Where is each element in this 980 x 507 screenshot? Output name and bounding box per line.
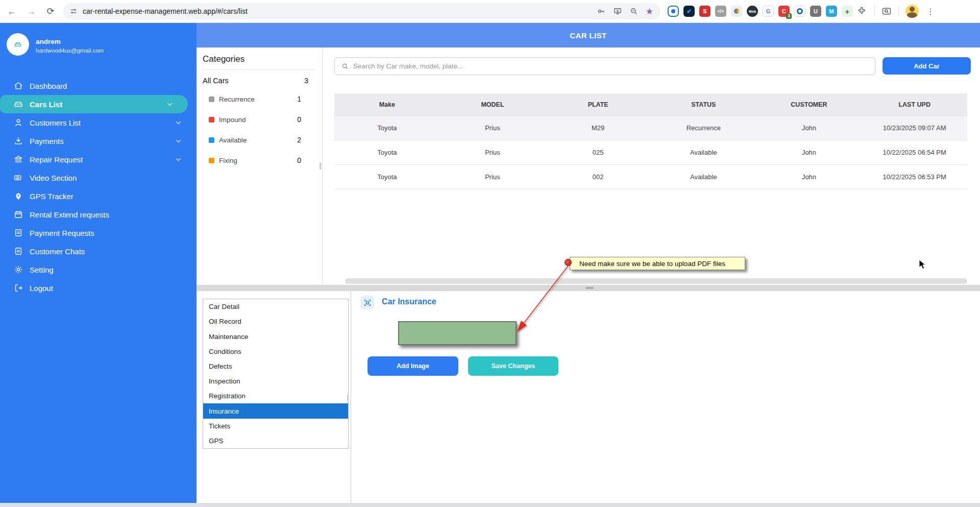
tab-conditions[interactable]: Conditions	[203, 344, 348, 359]
notifier-icon[interactable]: C3	[778, 6, 790, 17]
add-image-button[interactable]: Add Image	[368, 356, 458, 376]
sidebar-item-repair-request[interactable]: Repair Request	[0, 150, 197, 168]
person-icon	[13, 117, 23, 128]
search-input[interactable]	[353, 62, 875, 70]
save-changes-button[interactable]: Save Changes	[468, 356, 558, 376]
install-app-icon[interactable]	[613, 7, 622, 16]
panel-scrollbar[interactable]	[320, 162, 321, 170]
seo-icon[interactable]: S	[699, 6, 710, 17]
user-email: hardwood4us@gmail.com	[36, 47, 104, 54]
chevron-down-icon[interactable]	[175, 119, 182, 127]
column-header-plate[interactable]: PLATE	[545, 93, 651, 115]
u-extension-icon[interactable]: U	[810, 6, 821, 17]
search-icon	[341, 62, 349, 70]
toolbar-separator	[898, 6, 899, 16]
browser-profile-avatar[interactable]	[905, 5, 919, 18]
bookmark-star-icon[interactable]: ★	[646, 7, 653, 16]
table-row[interactable]: Toyota Prius M29 Recurrence John 10/23/2…	[334, 116, 967, 140]
reload-icon[interactable]: ⟳	[43, 4, 58, 19]
home-icon	[13, 81, 23, 91]
tabs-scrollbar[interactable]	[347, 395, 349, 401]
recorder-icon[interactable]	[668, 6, 679, 17]
column-header-last-upd[interactable]: LAST UPD	[862, 93, 967, 115]
chat-document-icon	[13, 246, 23, 256]
back-icon[interactable]: ←	[4, 4, 19, 19]
gear-icon	[13, 264, 23, 275]
tab-defects[interactable]: Defects	[203, 359, 348, 374]
password-key-icon[interactable]	[597, 7, 606, 16]
address-bar[interactable]: car-rental-expense-management.web.app/#/…	[63, 3, 660, 19]
section-icon-badge	[360, 296, 374, 309]
tab-search-icon[interactable]	[881, 6, 892, 16]
task-check-icon[interactable]: ✔	[683, 6, 695, 17]
categories-title: Categories	[203, 54, 244, 64]
table-row[interactable]: Toyota Prius 025 Available John 10/22/20…	[334, 140, 967, 165]
add-car-button[interactable]: Add Car	[883, 57, 971, 75]
annotation-arrow	[510, 258, 577, 340]
sidebar-item-customer-chats[interactable]: Customer Chats	[0, 242, 197, 260]
sidebar-item-customers-list[interactable]: Customers List	[0, 113, 197, 132]
column-header-customer[interactable]: CUSTOMER	[756, 93, 862, 115]
extensions-puzzle-icon[interactable]	[857, 6, 868, 16]
chevron-down-icon[interactable]	[175, 137, 182, 145]
mouse-cursor	[919, 259, 928, 270]
recurrence-color-swatch	[209, 96, 214, 102]
chevron-down-icon[interactable]	[166, 101, 174, 108]
tab-inspection[interactable]: Inspection	[203, 374, 348, 389]
sidebar-item-payment-requests[interactable]: Payment Requests	[0, 224, 197, 242]
forward-icon[interactable]: →	[23, 4, 39, 19]
sidebar-item-setting[interactable]: Setting	[0, 260, 197, 279]
tab-maintenance[interactable]: Maintenance	[203, 329, 348, 344]
tab-registration[interactable]: Registration	[203, 389, 348, 403]
table-row[interactable]: Toyota Prius 002 Available John 10/22/20…	[334, 165, 967, 189]
page-horizontal-scrollbar[interactable]	[0, 503, 980, 507]
tab-car-detail[interactable]: Car Detail	[203, 299, 348, 314]
annotation-note: Need make sure we be able to upload PDF …	[570, 257, 745, 270]
tab-insurance[interactable]: Insurance	[203, 403, 348, 418]
user-avatar[interactable]	[7, 33, 29, 56]
sidebar-item-gps-tracker[interactable]: GPS Tracker	[0, 187, 197, 205]
browser-toolbar: ← → ⟳ car-rental-expense-management.web.…	[0, 0, 980, 23]
sidebar-item-logout[interactable]: Logout	[0, 279, 197, 297]
tab-oil-record[interactable]: Oil Record	[203, 314, 348, 329]
category-all-cars[interactable]: All Cars 3	[197, 74, 323, 87]
bank-icon	[13, 154, 23, 164]
translate-icon[interactable]: G	[763, 6, 774, 17]
zoom-out-icon[interactable]	[629, 7, 639, 16]
sidebar: andrem hardwood4us@gmail.com Dashboard C…	[0, 23, 197, 503]
tab-tickets[interactable]: Tickets	[203, 419, 348, 433]
browser-window-icon[interactable]	[731, 6, 742, 17]
code-icon[interactable]: </>	[715, 6, 726, 17]
toolbar-separator	[874, 6, 875, 16]
screen: ← → ⟳ car-rental-expense-management.web.…	[0, 0, 980, 507]
sidebar-item-dashboard[interactable]: Dashboard	[0, 77, 197, 95]
category-available[interactable]: Available 2	[197, 133, 323, 147]
ring-icon[interactable]	[794, 6, 805, 17]
sidebar-item-cars-list[interactable]: Cars List	[0, 95, 188, 113]
table-header-row: Make MODEL PLATE STATUS CUSTOMER LAST UP…	[334, 93, 967, 116]
category-fixing[interactable]: Fixing 0	[197, 154, 323, 167]
sidebar-item-video-section[interactable]: Video Section	[0, 168, 197, 187]
sidebar-item-payments[interactable]: Payments	[0, 132, 197, 150]
category-impound[interactable]: Impound 0	[197, 113, 323, 126]
section-divider	[197, 285, 980, 291]
tab-gps[interactable]: GPS	[203, 433, 348, 448]
site-settings-icon[interactable]	[69, 7, 78, 15]
column-header-model[interactable]: MODEL	[440, 93, 546, 115]
status-value: Available	[651, 165, 756, 189]
car-icon	[13, 99, 23, 109]
web-icon[interactable]: Web	[747, 6, 758, 17]
column-header-make[interactable]: Make	[334, 93, 440, 115]
url-text[interactable]: car-rental-expense-management.web.app/#/…	[83, 7, 597, 15]
column-header-status[interactable]: STATUS	[651, 93, 756, 115]
table-horizontal-scrollbar[interactable]	[345, 278, 967, 284]
sidebar-item-rental-extend[interactable]: Rental Extend requests	[0, 205, 197, 224]
categories-panel: Categories All Cars 3 Recurrence 1 Impou…	[197, 47, 323, 284]
cars-table: Make MODEL PLATE STATUS CUSTOMER LAST UP…	[334, 93, 967, 189]
chevron-down-icon[interactable]	[175, 156, 182, 163]
plus-extension-icon[interactable]: +	[842, 6, 853, 17]
menu-kebab-icon[interactable]: ⋮	[923, 7, 938, 16]
category-recurrence[interactable]: Recurrence 1	[197, 92, 323, 106]
divider-drag-handle[interactable]	[585, 287, 594, 289]
m-extension-icon[interactable]: M	[826, 6, 837, 17]
